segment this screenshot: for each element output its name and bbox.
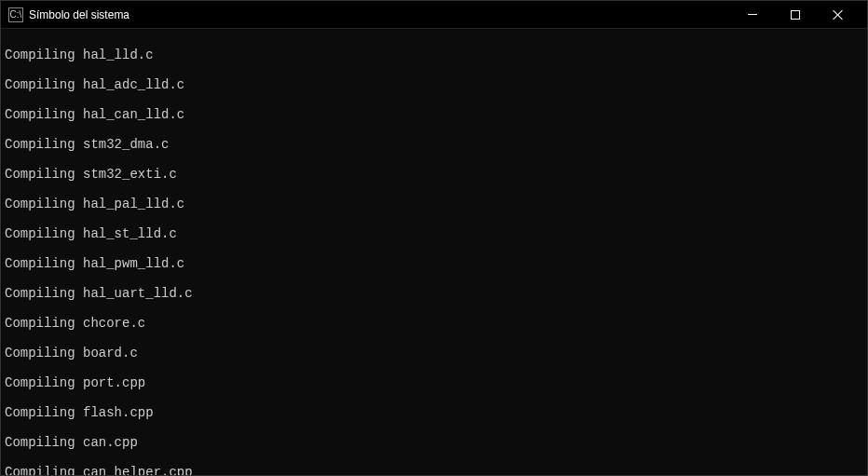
terminal-window: C:\ Símbolo del sistema Compiling hal_ll… <box>0 0 868 476</box>
compile-line: Compiling port.cpp <box>5 375 863 390</box>
terminal-output[interactable]: Compiling hal_lld.c Compiling hal_adc_ll… <box>1 29 867 475</box>
compile-prefix: Compiling <box>5 77 83 92</box>
compile-file: hal_lld.c <box>83 48 154 62</box>
compile-line: Compiling stm32_dma.c <box>5 137 863 152</box>
compile-file: board.c <box>83 346 138 360</box>
maximize-icon <box>791 10 800 20</box>
compile-file: can.cpp <box>83 435 138 450</box>
compile-line: Compiling stm32_exti.c <box>5 167 863 182</box>
app-icon: C:\ <box>8 7 23 22</box>
compile-line: Compiling can.cpp <box>5 435 863 450</box>
compile-line: Compiling hal_pal_lld.c <box>5 197 863 211</box>
compile-line: Compiling hal_st_lld.c <box>5 226 863 241</box>
compile-line: Compiling hal_pwm_lld.c <box>5 256 863 271</box>
compile-line: Compiling flash.cpp <box>5 405 863 420</box>
compile-file: can_helper.cpp <box>83 465 193 475</box>
compile-prefix: Compiling <box>5 167 83 182</box>
compile-prefix: Compiling <box>5 375 83 390</box>
compile-file: hal_can_lld.c <box>83 107 184 122</box>
compile-prefix: Compiling <box>5 465 83 475</box>
maximize-button[interactable] <box>774 1 817 29</box>
compile-line: Compiling hal_uart_lld.c <box>5 286 863 301</box>
compile-file: flash.cpp <box>83 405 154 420</box>
window-title: Símbolo del sistema <box>29 8 731 21</box>
compile-file: hal_pal_lld.c <box>83 197 184 211</box>
titlebar[interactable]: C:\ Símbolo del sistema <box>1 1 867 29</box>
compile-prefix: Compiling <box>5 316 83 331</box>
compile-file: hal_st_lld.c <box>83 226 177 241</box>
compile-line: Compiling hal_can_lld.c <box>5 107 863 122</box>
compile-prefix: Compiling <box>5 226 83 241</box>
close-button[interactable] <box>817 1 860 29</box>
compile-line: Compiling can_helper.cpp <box>5 465 863 475</box>
compile-file: hal_pwm_lld.c <box>83 256 184 271</box>
compile-line: Compiling chcore.c <box>5 316 863 331</box>
compile-prefix: Compiling <box>5 137 83 152</box>
compile-prefix: Compiling <box>5 435 83 450</box>
compile-line: Compiling hal_adc_lld.c <box>5 77 863 92</box>
compile-prefix: Compiling <box>5 48 83 62</box>
minimize-icon <box>748 14 757 15</box>
compile-prefix: Compiling <box>5 286 83 301</box>
close-icon <box>833 9 844 20</box>
compile-prefix: Compiling <box>5 197 83 211</box>
compile-file: chcore.c <box>83 316 145 331</box>
compile-line: Compiling hal_lld.c <box>5 48 863 62</box>
compile-prefix: Compiling <box>5 405 83 420</box>
compile-file: stm32_dma.c <box>83 137 169 152</box>
minimize-button[interactable] <box>731 1 774 29</box>
compile-file: hal_uart_lld.c <box>83 286 193 301</box>
compile-prefix: Compiling <box>5 256 83 271</box>
window-controls <box>731 1 860 29</box>
compile-file: stm32_exti.c <box>83 167 177 182</box>
compile-prefix: Compiling <box>5 107 83 122</box>
compile-file: port.cpp <box>83 375 145 390</box>
compile-file: hal_adc_lld.c <box>83 77 184 92</box>
compile-prefix: Compiling <box>5 346 83 360</box>
compile-line: Compiling board.c <box>5 346 863 360</box>
